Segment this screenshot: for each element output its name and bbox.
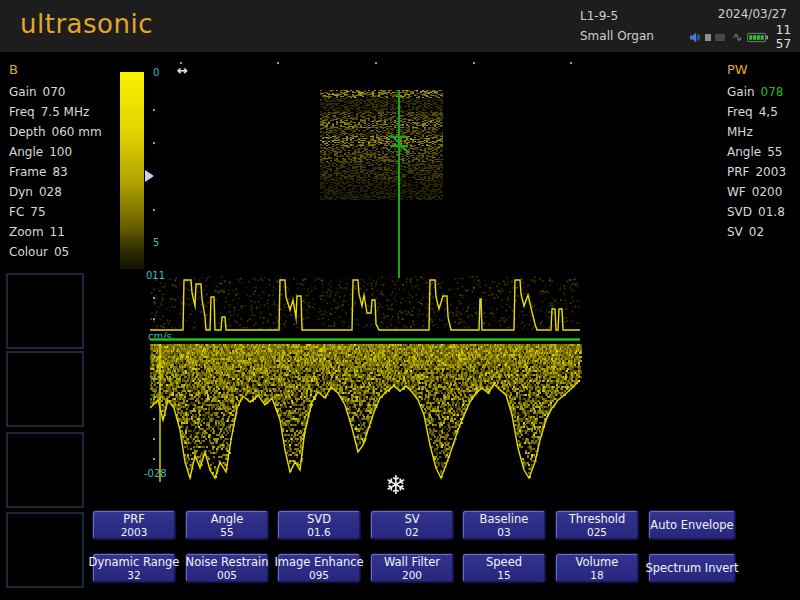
pan-cursor-icon[interactable]: ↔ — [177, 63, 188, 78]
button-label: Image Enhance — [274, 556, 363, 569]
prf-button[interactable]: PRF2003 — [92, 510, 176, 540]
button-value: 2003 — [121, 526, 148, 538]
param-value: 0200 — [752, 185, 783, 199]
scale-tick — [180, 62, 182, 64]
button-label: PRF — [123, 513, 145, 526]
angle-button[interactable]: Angle55 — [185, 510, 269, 540]
thumbnail-slot-4[interactable] — [6, 512, 84, 588]
param-label: Dyn — [9, 185, 33, 199]
status-icon-row: ∿ 11 57 — [690, 28, 800, 46]
doppler-spectrum[interactable] — [150, 258, 582, 492]
button-label: SV — [404, 513, 419, 526]
param-frame: Frame83 — [9, 162, 102, 182]
spectrum-invert-button[interactable]: Spectrum Invert — [648, 553, 736, 583]
button-label: Baseline — [480, 513, 529, 526]
b-mode-image[interactable] — [320, 90, 443, 200]
scale-tick — [153, 398, 155, 400]
param-label: PRF — [727, 165, 749, 179]
param-label: Zoom — [9, 225, 44, 239]
wall-filter-button[interactable]: Wall Filter200 — [370, 553, 454, 583]
time-display: 11 57 — [776, 23, 800, 51]
scale-tick — [153, 297, 155, 299]
button-label: Threshold — [569, 513, 626, 526]
button-label: Volume — [576, 556, 619, 569]
thumbnail-slot-2[interactable] — [6, 351, 84, 427]
button-label: Spectrum Invert — [645, 562, 738, 575]
param-label: Angle — [9, 145, 43, 159]
button-value: 01.6 — [307, 526, 330, 538]
pw-mode-title: PW — [727, 60, 800, 80]
button-value: 095 — [309, 569, 329, 581]
param-pw-sv: SV02 — [727, 222, 800, 242]
probe-preset-block: L1-9-5 Small Organ — [580, 6, 654, 46]
param-pw-angle: Angle55 — [727, 142, 800, 162]
button-label: Auto Envelope — [650, 519, 733, 532]
dynamic-range-button[interactable]: Dynamic Range32 — [92, 553, 176, 583]
param-label: Angle — [727, 145, 761, 159]
noise-restrain-button[interactable]: Noise Restrain005 — [185, 553, 269, 583]
b-mode-panel: B Gain070 Freq7.5 MHz Depth060 mm Angle1… — [9, 60, 102, 262]
doppler-cursor-line[interactable] — [398, 90, 400, 278]
param-value: 75 — [30, 205, 45, 219]
param-dyn: Dyn028 — [9, 182, 102, 202]
param-pw-wf: WF0200 — [727, 182, 800, 202]
scale-tick — [375, 62, 377, 64]
param-pw-freq: Freq4,5 MHz — [727, 102, 800, 142]
volume-level-track — [715, 34, 725, 41]
button-value: 03 — [497, 526, 510, 538]
param-value: 83 — [52, 165, 67, 179]
baseline-button[interactable]: Baseline03 — [462, 510, 546, 540]
param-value: 55 — [767, 145, 782, 159]
button-label: Wall Filter — [384, 556, 440, 569]
param-value: 078 — [761, 85, 784, 99]
volume-button[interactable]: Volume18 — [555, 553, 639, 583]
button-value: 025 — [587, 526, 607, 538]
thumbnail-slot-3[interactable] — [6, 432, 84, 508]
param-value: 7.5 MHz — [41, 105, 90, 119]
param-gain: Gain070 — [9, 82, 102, 102]
button-value: 32 — [127, 569, 140, 581]
scale-tick — [153, 142, 155, 144]
param-pw-gain: Gain078 — [727, 82, 800, 102]
depth-scale-top-label: 0 — [153, 67, 159, 78]
button-value: 200 — [402, 569, 422, 581]
image-enhance-button[interactable]: Image Enhance095 — [277, 553, 361, 583]
param-depth: Depth060 mm — [9, 122, 102, 142]
exam-preset: Small Organ — [580, 26, 654, 46]
battery-icon — [747, 31, 768, 44]
auto-envelope-button[interactable]: Auto Envelope — [648, 510, 736, 540]
button-label: Speed — [486, 556, 522, 569]
param-value: 02 — [749, 225, 764, 239]
brand-logo: ultrasonic — [20, 9, 153, 39]
button-label: Noise Restrain — [186, 556, 269, 569]
speed-button[interactable]: Speed15 — [462, 553, 546, 583]
svd-button[interactable]: SVD01.6 — [277, 510, 361, 540]
scale-tick — [153, 458, 155, 460]
button-value: 15 — [497, 569, 510, 581]
scale-tick — [570, 62, 572, 64]
scale-tick — [473, 62, 475, 64]
gain-colorbar — [120, 72, 144, 269]
button-value: 18 — [590, 569, 603, 581]
scale-tick — [153, 109, 155, 111]
param-freq: Freq7.5 MHz — [9, 102, 102, 122]
thumbnail-slot-1[interactable] — [6, 273, 84, 349]
focus-marker-icon[interactable] — [145, 170, 154, 182]
param-value: 11 — [50, 225, 65, 239]
pw-mode-panel: PW Gain078 Freq4,5 MHz Angle55 PRF2003 W… — [727, 60, 800, 242]
param-value: 05 — [54, 245, 69, 259]
param-label: Colour — [9, 245, 48, 259]
button-value: 02 — [405, 526, 418, 538]
date-display: 2024/03/27 — [718, 7, 787, 21]
button-label: Dynamic Range — [89, 556, 180, 569]
threshold-button[interactable]: Threshold025 — [555, 510, 639, 540]
volume-level-bar — [705, 34, 711, 41]
param-value: 028 — [39, 185, 62, 199]
scale-tick — [153, 318, 155, 320]
param-value: 01.8 — [758, 205, 785, 219]
param-label: Depth — [9, 125, 46, 139]
param-label: Freq — [9, 105, 35, 119]
sv-button[interactable]: SV02 — [370, 510, 454, 540]
b-mode-title: B — [9, 60, 102, 80]
scale-tick — [277, 62, 279, 64]
